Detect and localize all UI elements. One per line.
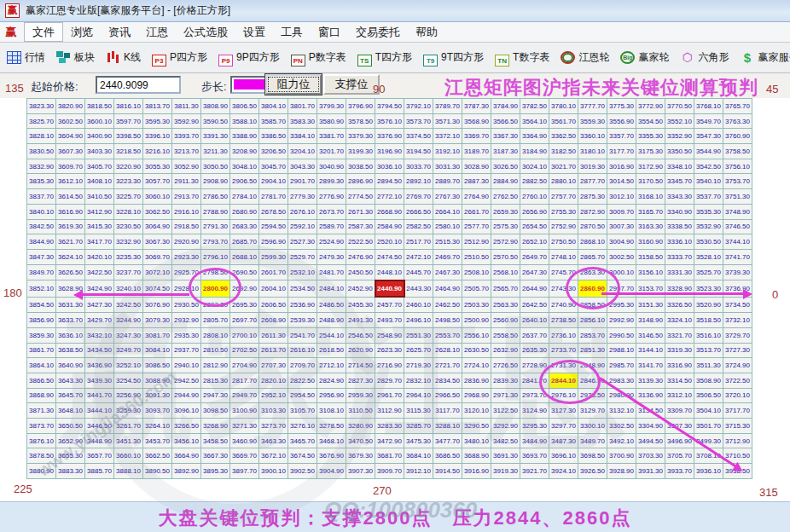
price-cell: 3928.90	[607, 464, 636, 479]
price-cell: 2882.50	[520, 174, 549, 189]
price-cell: 2956.90	[317, 388, 346, 403]
price-cell: 3223.30	[114, 174, 143, 189]
price-cell: 3789.70	[433, 99, 462, 114]
price-cell: 3621.70	[56, 234, 85, 250]
price-cell: 2570.50	[491, 249, 520, 264]
menu-item-8[interactable]: 窗口	[311, 23, 348, 41]
price-cell: 3535.30	[694, 204, 723, 219]
price-cell: 2671.30	[346, 204, 375, 219]
price-cell: 3463.30	[259, 433, 288, 448]
toolbar-button-gann-wheel[interactable]: 江恩轮	[561, 50, 609, 65]
gann-square-table: 3823.303820.903818.503816.103813.703811.…	[26, 98, 752, 479]
price-cell: 3552.10	[665, 113, 694, 129]
price-cell: 2503.30	[462, 297, 491, 313]
price-cell: 3775.30	[607, 99, 636, 114]
price-cell: 3338.50	[665, 219, 694, 234]
price-cell: 2925.70	[172, 264, 201, 280]
price-cell: 3914.50	[433, 464, 462, 479]
price-cell: 3792.10	[404, 99, 433, 114]
toolbar-button-t-square[interactable]: TST四方形	[357, 50, 412, 65]
price-cell: 2536.90	[288, 297, 317, 313]
toolbar-button-dollar[interactable]: $赢家服务	[740, 50, 790, 65]
price-cell: 3612.10	[56, 174, 85, 189]
price-cell: 2808.10	[201, 327, 230, 343]
price-cell: 3616.90	[56, 204, 85, 219]
toolbar-button-p-square[interactable]: P3P四方形	[152, 50, 207, 65]
price-cell: 3136.90	[636, 388, 665, 403]
price-cell: 2594.50	[259, 219, 288, 234]
menu-item-9[interactable]: 交易委托	[348, 23, 408, 41]
support-button[interactable]: 支撑位	[323, 74, 380, 95]
price-cell: 2575.30	[491, 219, 520, 234]
menu-item-4[interactable]: 江恩	[138, 23, 176, 41]
menu-item-10[interactable]: 帮助	[408, 23, 445, 41]
toolbar-button-p9-square[interactable]: P99P四方形	[218, 50, 280, 65]
price-cell: 3559.30	[578, 113, 607, 129]
menu-item-2[interactable]: 浏览	[63, 23, 101, 41]
price-cell: 2440.90	[375, 280, 404, 297]
price-cell: 2712.10	[317, 358, 346, 373]
price-cell: 2488.90	[317, 313, 346, 328]
menu-item-7[interactable]: 工具	[273, 23, 311, 41]
price-cell: 3782.50	[520, 99, 549, 114]
price-cell: 3676.90	[317, 448, 346, 464]
price-cell: 3350.50	[665, 144, 694, 159]
price-cell: 2853.70	[578, 327, 607, 343]
price-cell: 2676.10	[288, 204, 317, 219]
price-cell: 2716.90	[375, 358, 404, 373]
toolbar-button-hexagon[interactable]: ⬡六角形	[680, 50, 729, 65]
price-cell: 3765.70	[723, 99, 752, 114]
price-cell: 2524.90	[317, 234, 346, 250]
price-cell: 3648.10	[56, 403, 85, 419]
t9-square-icon: T9	[423, 51, 438, 64]
toolbar-button-quotes-grid[interactable]: 行情	[7, 50, 45, 65]
price-cell: 3105.70	[288, 403, 317, 419]
price-cell: 3933.70	[665, 464, 694, 479]
price-cell: 3938.50	[723, 464, 752, 479]
price-cell: 3722.50	[723, 373, 752, 388]
price-cell: 2714.50	[346, 358, 375, 373]
price-cell: 3609.70	[56, 159, 85, 174]
toolbar-button-kline[interactable]: K线	[106, 50, 141, 65]
price-cell: 3698.50	[578, 448, 607, 464]
price-cell: 3679.30	[346, 448, 375, 464]
price-cell: 2572.90	[491, 234, 520, 250]
price-cell: 3525.70	[694, 264, 723, 280]
price-cell: 2755.30	[549, 204, 578, 219]
price-cell: 2980.90	[607, 388, 636, 403]
toolbar-button-t9-square[interactable]: T99T四方形	[423, 50, 484, 65]
toolbar-button-blocks[interactable]: 板块	[56, 50, 95, 65]
price-cell: 2553.70	[433, 327, 462, 343]
menu-item-1[interactable]: 文件	[24, 22, 63, 42]
price-cell: 2464.90	[433, 280, 462, 297]
toolbar-button-p-number[interactable]: PNP数字表	[291, 50, 346, 65]
toolbar-button-winner-wheel[interactable]: Big赢家轮	[620, 50, 669, 65]
price-cell: 3000.10	[607, 264, 636, 280]
price-cell: 3007.30	[607, 219, 636, 234]
price-cell: 2793.70	[201, 234, 230, 250]
price-cell: 3909.70	[375, 464, 404, 479]
price-cell-highlight-2800.90: 2800.90	[201, 280, 230, 297]
price-cell: 3878.50	[27, 448, 56, 464]
price-cell: 3184.90	[520, 144, 549, 159]
price-cell: 3009.70	[607, 204, 636, 219]
price-cell: 3847.30	[27, 249, 56, 264]
menu-item-6[interactable]: 设置	[235, 23, 273, 41]
price-cell: 2877.70	[578, 174, 607, 189]
price-cell: 3415.30	[85, 219, 114, 234]
price-cell: 3736.90	[723, 280, 752, 297]
price-cell: 2450.50	[346, 264, 375, 280]
start-price-input[interactable]	[96, 76, 181, 94]
menu-item-3[interactable]: 资讯	[101, 23, 138, 41]
menu-item-5[interactable]: 公式选股	[176, 23, 235, 41]
price-cell: 2904.10	[259, 174, 288, 189]
resistance-button[interactable]: 阻力位	[265, 74, 322, 95]
price-cell: 3300.10	[578, 418, 607, 433]
price-cell: 2848.90	[578, 358, 607, 373]
price-cell: 3804.10	[259, 99, 288, 114]
price-cell: 3585.70	[259, 113, 288, 129]
price-cell: 2620.90	[346, 343, 375, 358]
price-cell: 3444.10	[85, 403, 114, 419]
price-cell: 2935.30	[172, 327, 201, 343]
toolbar-button-t-number[interactable]: TNT数字表	[495, 50, 549, 65]
